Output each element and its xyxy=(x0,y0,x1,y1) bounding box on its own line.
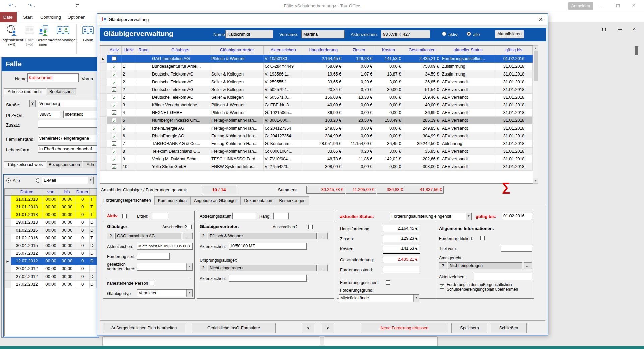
mdi-restore-icon[interactable] xyxy=(602,28,606,31)
aktiv-checkbox[interactable] xyxy=(122,214,127,218)
anmelden-button[interactable]: Anmelden xyxy=(568,2,593,10)
creditor-row[interactable]: 2Deutsche Telekom AGSeiler & KollegenV: … xyxy=(100,86,533,94)
column-header-datum[interactable]: Datum xyxy=(11,189,43,196)
amtsgericht-field[interactable]: Nicht eingetragen xyxy=(448,262,522,269)
ursprung-lookup-button[interactable]: ? xyxy=(200,265,207,271)
column-header[interactable]: Hauptforderung xyxy=(303,46,343,55)
toolbar-item-5[interactable]: Gläub xyxy=(78,24,98,42)
nahestehend-checkbox[interactable] xyxy=(150,281,154,285)
hdr-aktenzeichen-input[interactable]: 98 XVII K 427 xyxy=(381,30,430,38)
hdr-name-input[interactable]: Kaltschmidt xyxy=(225,30,273,38)
tab-taetigkeitsnachweis[interactable]: Tätigkeitsnachweis xyxy=(4,161,46,168)
forderungsstand-input[interactable] xyxy=(383,266,419,273)
creditor-row[interactable]: 10Yello Strom GmbHENBW Systeme Infras...… xyxy=(100,163,533,171)
strasse-lookup-button[interactable]: ? xyxy=(29,100,36,107)
aktiv-checkbox[interactable] xyxy=(112,157,116,161)
aktiv-checkbox[interactable] xyxy=(112,103,116,107)
ursprung-more-button[interactable]: ... xyxy=(318,265,328,271)
dialog-tab-5[interactable]: Bemerkungen xyxy=(276,196,309,205)
aktiv-checkbox[interactable] xyxy=(112,56,116,61)
mdi-close-icon[interactable]: × xyxy=(633,26,636,32)
aktenzeichen2-input[interactable] xyxy=(229,275,307,282)
dialog-tab-4[interactable]: Dokumentation xyxy=(241,196,276,205)
column-header-dauer[interactable]: Dauer xyxy=(75,189,90,196)
familienstand-input[interactable]: verheiratet / eingetragene xyxy=(38,135,98,142)
aktiv-checkbox[interactable] xyxy=(112,72,116,76)
activity-row[interactable]: 31.01.201800:0000:000T xyxy=(5,203,97,211)
activity-row[interactable]: 27.02.201200:0000:000D xyxy=(5,273,97,281)
creditor-row[interactable]: 4NEXNET GMBHPflitsch & WennerG: 10215065… xyxy=(100,109,533,117)
dialog-close-icon[interactable]: ✕ xyxy=(536,15,546,24)
mdi-minimize-icon[interactable] xyxy=(618,29,622,30)
titel-vom-input[interactable] xyxy=(501,245,532,252)
creditor-row[interactable]: 6RheinEnergie AGFreitag-Kohlmann-Han...G… xyxy=(100,132,533,140)
column-header[interactable]: Rang xyxy=(136,46,151,55)
activity-row[interactable]: 27.02.201200:0000:000D xyxy=(5,281,97,288)
creditor-row[interactable]: 3Kölner Verkehrsbetriebe...Pflitsch & We… xyxy=(100,101,533,109)
ag-aktenzeichen-input[interactable] xyxy=(474,273,532,280)
lfdnr-input[interactable] xyxy=(152,213,168,219)
zusatz-input[interactable] xyxy=(38,120,97,128)
aktiv-checkbox[interactable] xyxy=(112,141,116,146)
forderungsgrund-dropdown[interactable]: Mietrückstände xyxy=(339,294,419,302)
ort-input[interactable]: Ilberstedt xyxy=(63,111,97,118)
tab-bezugspersonen[interactable]: Bezugspersonen xyxy=(47,161,82,168)
dialog-button-3[interactable]: < xyxy=(302,323,314,333)
glaeubigertyp-dropdown[interactable]: Vermieter xyxy=(137,289,193,297)
activity-row[interactable]: 01.02.201600:0000:000D xyxy=(5,227,97,234)
rang-input[interactable] xyxy=(273,213,289,219)
dialog-tab-2[interactable]: Kommunikation xyxy=(155,196,191,205)
restore-icon[interactable] xyxy=(616,4,620,7)
column-header[interactable]: Aktiv xyxy=(107,46,122,55)
glaeubiger-lookup-button[interactable]: ? xyxy=(107,233,114,239)
activity-row[interactable]: 20.04.201200:0000:000Ir xyxy=(5,265,97,273)
creditor-row[interactable]: ▶GAG Immobilien AGPflitsch & WennerV: 10… xyxy=(100,55,533,63)
dialog-button-1[interactable]: Außergerichtlichen Plan bearbeiten xyxy=(103,323,185,333)
creditor-row[interactable]: 7TARGOBANK AG & Co....Freitag-Kohlmann-H… xyxy=(100,140,533,148)
ribbon-tab-1[interactable]: Datei xyxy=(0,12,17,22)
activity-row[interactable]: ▶12.07.201200:0000:000D xyxy=(5,257,97,265)
aktiv-checkbox[interactable] xyxy=(112,149,116,153)
activity-row[interactable]: 31.01.201800:0000:000T xyxy=(5,196,97,203)
aktiv-checkbox[interactable] xyxy=(112,134,116,138)
creditor-row[interactable]: 1Bundesagentur für Arbei...G: C-284Y4449… xyxy=(100,63,533,70)
toolbar-item-2[interactable]: Fälle(F5) xyxy=(23,24,36,47)
toolbar-item-4[interactable]: AdressManager xyxy=(50,24,76,42)
hauptforderung-input[interactable]: 2.164,45 € xyxy=(383,225,419,232)
abtretung-input[interactable] xyxy=(232,213,256,219)
dialog-tab-3[interactable]: Angebote an Gläubiger xyxy=(191,196,241,205)
aktiv-checkbox[interactable] xyxy=(112,64,116,68)
amtsgericht-more-button[interactable]: ... xyxy=(524,262,532,269)
hdr-vorname-input[interactable]: Martina xyxy=(301,30,345,38)
column-header-von[interactable]: von xyxy=(43,189,59,196)
sigma-icon[interactable]: ∑ xyxy=(502,180,511,194)
close-icon[interactable]: × xyxy=(632,2,636,9)
dialog-button-5[interactable]: Neue Forderung erfassen xyxy=(361,323,448,333)
dialog-tab-1[interactable]: Forderungseigenschaften xyxy=(100,196,155,205)
column-header[interactable]: gültig bis xyxy=(495,46,533,55)
scrollbar-nub[interactable] xyxy=(635,46,638,55)
creditor-row[interactable]: 6RheinEnergie AGFreitag-Kohlmann-Han...G… xyxy=(100,124,533,132)
activity-row[interactable]: 25.07.201200:0000:000D xyxy=(5,250,97,257)
aktiv-checkbox[interactable] xyxy=(112,118,116,122)
glaeubiger-name-field[interactable]: GAG Immobilien AG xyxy=(115,233,181,239)
tab-briefanschrift[interactable]: Briefanschrift xyxy=(47,88,76,95)
glaeubiger-more-button[interactable]: ... xyxy=(183,233,193,239)
creditor-row[interactable]: 2Deutsche Telekom AGSeiler & KollegenV: … xyxy=(100,78,533,86)
column-header[interactable]: Kosten xyxy=(374,46,403,55)
forderung-seit-input[interactable] xyxy=(137,253,170,260)
aktenzeichen-input[interactable]: Mieteinheit Nr. 09230 035 003 xyxy=(137,243,193,250)
creditor-row[interactable]: 2Deutsche Telekom AGSeiler & KollegenV: … xyxy=(100,70,533,78)
radio-aktiv[interactable] xyxy=(442,32,446,36)
aktenzeichen-input[interactable]: 10/50180 MZ xyxy=(229,243,307,250)
creditor-row[interactable]: 5Nürnberger Inkasso Gm...Freitag-Kohlman… xyxy=(100,117,533,124)
ribbon-tab-2[interactable]: Start xyxy=(21,12,35,22)
column-header[interactable]: aktueller Status xyxy=(441,46,495,55)
gesamtforderung-input[interactable]: 2.435,21 € xyxy=(383,256,419,263)
scroll-up-icon[interactable]: ▲ xyxy=(533,46,538,51)
status-dropdown[interactable]: Forderungsaufstellung eingeholt xyxy=(390,213,472,220)
radio-filter[interactable] xyxy=(36,178,40,183)
tituliert-checkbox[interactable] xyxy=(480,236,485,240)
amtsgericht-lookup-button[interactable]: ? xyxy=(439,262,447,269)
scroll-down-icon[interactable]: ▼ xyxy=(533,178,538,183)
